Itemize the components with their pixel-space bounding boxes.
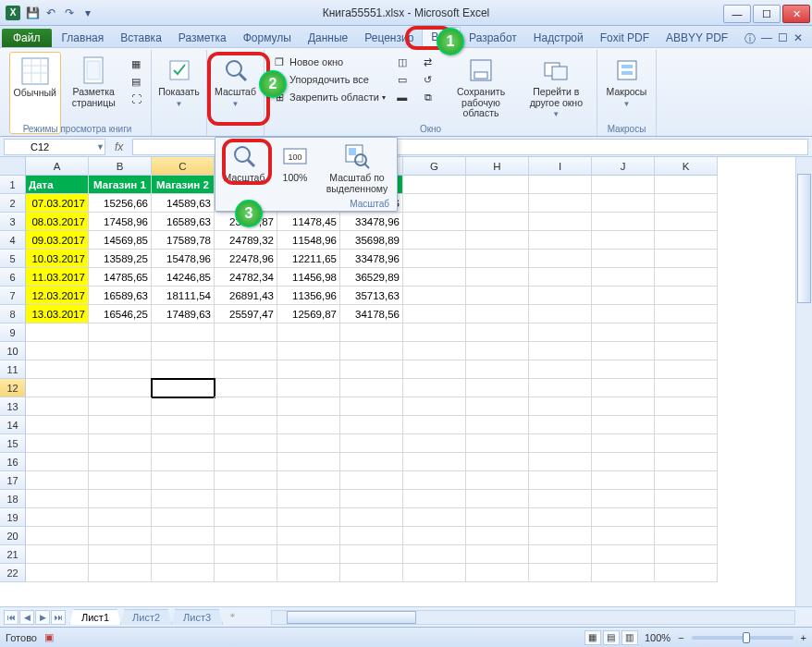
cell[interactable]	[529, 176, 592, 194]
cell[interactable]	[277, 434, 340, 453]
worksheet-grid[interactable]: ABCDEFGHIJK 1ДатаМагазин 1Магазин 2Магаз…	[0, 157, 812, 606]
cell[interactable]	[529, 379, 592, 397]
minimize-button[interactable]: —	[723, 5, 751, 23]
cell[interactable]	[215, 342, 277, 360]
cell[interactable]	[403, 416, 466, 434]
record-macro-icon[interactable]: ▣	[44, 631, 54, 643]
tab-review[interactable]: Рецензир	[356, 29, 422, 47]
cell[interactable]	[340, 527, 403, 545]
cell[interactable]	[529, 508, 592, 527]
cell[interactable]	[655, 287, 718, 305]
cell[interactable]	[592, 342, 655, 360]
cell[interactable]	[26, 508, 89, 527]
cell[interactable]	[529, 250, 592, 268]
cell[interactable]	[152, 564, 215, 582]
qat-more-icon[interactable]: ▾	[80, 5, 96, 21]
cell[interactable]	[89, 527, 152, 545]
cell[interactable]	[655, 508, 718, 527]
normal-view-button[interactable]: Обычный	[9, 52, 61, 134]
cell[interactable]: 12569,87	[277, 305, 340, 324]
sheet-tab[interactable]: Лист1	[69, 609, 121, 625]
cell[interactable]	[655, 250, 718, 268]
cell[interactable]	[340, 453, 403, 471]
new-sheet-button[interactable]: ＊	[222, 610, 243, 624]
cell[interactable]	[592, 508, 655, 527]
cell[interactable]	[466, 194, 529, 213]
cell[interactable]	[403, 564, 466, 582]
cell[interactable]	[592, 379, 655, 397]
cell[interactable]	[340, 545, 403, 564]
cell[interactable]	[26, 490, 89, 508]
row-header[interactable]: 19	[0, 508, 26, 527]
cell[interactable]	[466, 287, 529, 305]
normal-view-icon[interactable]: ▦	[584, 630, 601, 645]
cell[interactable]	[26, 453, 89, 471]
zoom-level[interactable]: 100%	[645, 632, 671, 643]
cell[interactable]	[277, 342, 340, 360]
tab-addins[interactable]: Надстрой	[525, 29, 592, 47]
cell[interactable]	[655, 379, 718, 397]
cell[interactable]	[89, 416, 152, 434]
cell[interactable]	[655, 527, 718, 545]
cell[interactable]: 10.03.2017	[26, 250, 89, 268]
cell[interactable]: 09.03.2017	[26, 231, 89, 250]
tab-layout[interactable]: Разметка	[170, 29, 235, 47]
cell[interactable]	[26, 324, 89, 342]
cell[interactable]	[655, 213, 718, 231]
next-sheet-button[interactable]: ▶	[35, 610, 50, 625]
cell[interactable]	[466, 231, 529, 250]
cell[interactable]	[592, 490, 655, 508]
cell[interactable]	[466, 453, 529, 471]
cell[interactable]	[655, 176, 718, 194]
cell[interactable]	[529, 397, 592, 416]
column-header[interactable]: B	[89, 157, 152, 176]
cell[interactable]	[277, 324, 340, 342]
row-header[interactable]: 20	[0, 527, 26, 545]
cell[interactable]	[403, 379, 466, 397]
macros-button[interactable]: Макросы ▼	[603, 52, 650, 134]
cell[interactable]	[529, 527, 592, 545]
cell[interactable]	[26, 527, 89, 545]
cell[interactable]	[340, 564, 403, 582]
row-header[interactable]: 1	[0, 176, 26, 194]
cell[interactable]	[403, 194, 466, 213]
cell[interactable]	[592, 194, 655, 213]
cell[interactable]	[403, 342, 466, 360]
cell[interactable]	[89, 471, 152, 490]
row-header[interactable]: 3	[0, 213, 26, 231]
column-header[interactable]: H	[466, 157, 529, 176]
column-header[interactable]: G	[403, 157, 466, 176]
row-header[interactable]: 4	[0, 231, 26, 250]
cell[interactable]	[89, 342, 152, 360]
tab-foxit[interactable]: Foxit PDF	[592, 29, 658, 47]
cell[interactable]	[466, 434, 529, 453]
cell[interactable]: 17489,63	[152, 305, 215, 324]
cell[interactable]	[340, 324, 403, 342]
cell[interactable]	[655, 360, 718, 379]
row-header[interactable]: 15	[0, 434, 26, 453]
mdi-close-icon[interactable]: ✕	[794, 31, 803, 47]
cell[interactable]	[529, 564, 592, 582]
zoom-in-button[interactable]: +	[801, 632, 806, 643]
cell[interactable]	[592, 397, 655, 416]
cell[interactable]: 15256,66	[89, 194, 152, 213]
cell[interactable]	[592, 453, 655, 471]
cell[interactable]: 34178,56	[340, 305, 403, 324]
cell[interactable]	[592, 527, 655, 545]
cell[interactable]	[529, 213, 592, 231]
cell[interactable]	[403, 305, 466, 324]
page-layout-view-icon[interactable]: ▤	[603, 630, 620, 645]
cell[interactable]	[655, 453, 718, 471]
cell[interactable]	[529, 231, 592, 250]
tab-abbyy[interactable]: ABBYY PDF	[658, 29, 736, 47]
scrollbar-thumb[interactable]	[797, 174, 811, 303]
cell[interactable]	[529, 342, 592, 360]
cell[interactable]: 24782,34	[215, 268, 277, 287]
cell[interactable]	[403, 250, 466, 268]
cell[interactable]	[466, 379, 529, 397]
row-header[interactable]: 16	[0, 453, 26, 471]
cell[interactable]	[26, 471, 89, 490]
cell[interactable]	[26, 564, 89, 582]
cell[interactable]	[89, 453, 152, 471]
cell[interactable]	[277, 379, 340, 397]
